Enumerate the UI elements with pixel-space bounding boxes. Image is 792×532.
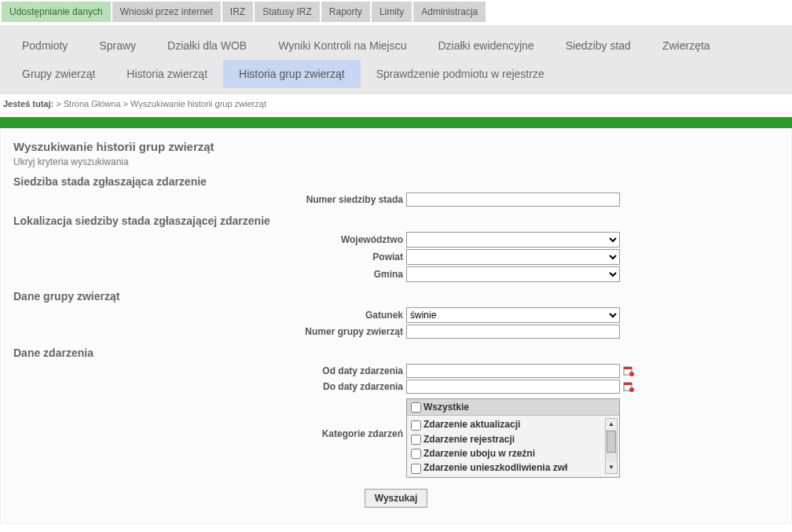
breadcrumb-prefix: Jesteś tutaj: (3, 99, 53, 108)
kategorie-item-checkbox[interactable] (411, 420, 421, 431)
top-tab[interactable]: Statusy IRZ (255, 2, 320, 22)
gmina-select[interactable] (406, 266, 620, 282)
nav-item[interactable]: Historia grup zwierząt (223, 60, 361, 88)
od-daty-label: Od daty zdarzenia (13, 365, 406, 376)
nav-item[interactable]: Działki ewidencyjne (422, 31, 549, 60)
kategorie-item[interactable]: Zdarzenie unieszkodliwienia zwł (411, 460, 615, 475)
nav-item[interactable]: Sprawdzenie podmiotu w rejestrze (361, 60, 560, 88)
gatunek-label: Gatunek (13, 310, 406, 321)
scrollbar[interactable]: ▲ ▼ (605, 418, 618, 474)
top-tab[interactable]: Wnioski przez internet (112, 2, 221, 22)
powiat-label: Powiat (13, 251, 406, 262)
nav-item[interactable]: Siedziby stad (550, 31, 647, 60)
kategorie-item-checkbox[interactable] (411, 464, 421, 474)
kategorie-label: Kategorie zdarzeń (13, 398, 406, 439)
wojewodztwo-select[interactable] (406, 232, 620, 248)
svg-point-2 (629, 372, 634, 376)
top-tab[interactable]: Raporty (321, 2, 370, 22)
wojewodztwo-label: Województwo (13, 234, 406, 245)
numer-siedziby-input[interactable] (406, 193, 620, 207)
page-title: Wyszukiwanie historii grup zwierząt (13, 140, 779, 153)
powiat-select[interactable] (406, 249, 620, 265)
od-daty-input[interactable] (406, 364, 620, 378)
hide-criteria-link[interactable]: Ukryj kryteria wyszukiwania (13, 156, 779, 167)
kategorie-item[interactable]: Zdarzenie aktualizacji (411, 417, 615, 431)
top-tabs: Udostępnianie danychWnioski przez intern… (0, 0, 792, 24)
nav-item[interactable]: Wyniki Kontroli na Miejscu (262, 31, 422, 60)
numer-grupy-input[interactable] (406, 325, 620, 339)
svg-rect-1 (624, 367, 632, 369)
breadcrumb-path: > Strona Główna > Wyszukiwanie historii … (53, 99, 266, 108)
kategorie-item[interactable]: Zdarzenie rejestracji (411, 432, 615, 446)
section-lokalizacja-title: Lokalizacja siedziby stada zgłaszającej … (13, 215, 779, 227)
scroll-thumb[interactable] (607, 431, 616, 453)
nav-item[interactable]: Historia zwierząt (111, 60, 223, 88)
top-tab[interactable]: Limity (372, 2, 412, 22)
kategorie-item-checkbox[interactable] (411, 449, 421, 459)
nav-item[interactable]: Sprawy (83, 31, 152, 60)
scroll-down-icon[interactable]: ▼ (606, 462, 617, 473)
scroll-up-icon[interactable]: ▲ (606, 419, 617, 430)
section-dane-zdarzenia-title: Dane zdarzenia (13, 347, 779, 359)
nav-item[interactable]: Działki dla WOB (152, 31, 262, 60)
wyszukaj-button[interactable]: Wyszukaj (365, 489, 427, 508)
gatunek-select[interactable]: świnie (406, 307, 620, 323)
do-daty-input[interactable] (406, 380, 620, 394)
nav-item[interactable]: Zwierzęta (647, 31, 726, 60)
calendar-icon[interactable] (623, 365, 634, 376)
top-tab[interactable]: Udostępnianie danych (2, 2, 111, 22)
svg-rect-4 (624, 383, 632, 385)
top-tab[interactable]: IRZ (222, 2, 253, 22)
top-tab[interactable]: Administracja (413, 2, 486, 22)
green-bar (0, 117, 792, 128)
numer-siedziby-label: Numer siedziby stada (13, 194, 406, 205)
section-siedziba-title: Siedziba stada zgłaszająca zdarzenie (13, 175, 779, 188)
nav-container: PodmiotySprawyDziałki dla WOBWyniki Kont… (0, 25, 792, 94)
kategorie-all-checkbox[interactable] (411, 402, 421, 413)
nav-item[interactable]: Podmioty (6, 31, 83, 60)
kategorie-box: Wszystkie Zdarzenie aktualizacjiZdarzeni… (406, 398, 620, 478)
page-content: Wyszukiwanie historii grup zwierząt Ukry… (0, 128, 792, 524)
kategorie-item-checkbox[interactable] (411, 435, 421, 445)
section-dane-grupy-title: Dane grupy zwierząt (13, 290, 779, 303)
kategorie-header-all[interactable]: Wszystkie (407, 399, 619, 416)
svg-point-5 (629, 387, 634, 392)
do-daty-label: Do daty zdarzenia (13, 381, 406, 392)
nav-item[interactable]: Grupy zwierząt (6, 60, 111, 88)
kategorie-item[interactable]: Zdarzenie uboju w rzeźni (411, 446, 615, 460)
calendar-icon[interactable] (623, 381, 634, 392)
numer-grupy-label: Numer grupy zwierząt (13, 326, 406, 337)
gmina-label: Gmina (13, 269, 406, 280)
breadcrumb: Jesteś tutaj: > Strona Główna > Wyszukiw… (0, 94, 792, 114)
